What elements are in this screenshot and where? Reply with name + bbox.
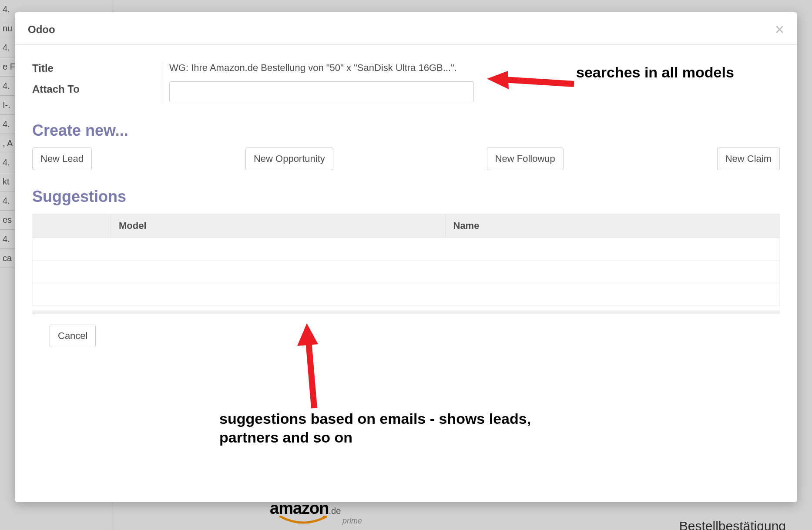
new-lead-button[interactable]: New Lead bbox=[32, 148, 92, 170]
label-title: Title bbox=[32, 62, 163, 74]
table-row[interactable] bbox=[33, 261, 779, 283]
col-model: Model bbox=[111, 214, 446, 238]
modal-body: Title Attach To WG: Ihre Amazon.de Beste… bbox=[15, 45, 797, 502]
attach-to-input[interactable] bbox=[169, 81, 474, 102]
modal-header: Odoo × bbox=[15, 12, 797, 45]
splitter-handle[interactable] bbox=[32, 310, 780, 314]
annotation-suggestions: suggestions based on emails - shows lead… bbox=[219, 409, 576, 446]
cancel-button[interactable]: Cancel bbox=[50, 325, 96, 347]
suggestions-table: Model Name bbox=[32, 214, 780, 306]
col-blank bbox=[33, 214, 111, 238]
suggestions-header-row: Model Name bbox=[33, 214, 779, 238]
create-buttons-row: New Lead New Opportunity New Followup Ne… bbox=[32, 148, 780, 170]
new-claim-button[interactable]: New Claim bbox=[717, 148, 780, 170]
new-opportunity-button[interactable]: New Opportunity bbox=[245, 148, 333, 170]
close-icon[interactable]: × bbox=[775, 25, 784, 34]
modal-footer: Cancel bbox=[32, 314, 780, 360]
suggestions-heading: Suggestions bbox=[32, 188, 780, 206]
col-name: Name bbox=[446, 214, 780, 238]
modal-title: Odoo bbox=[28, 23, 55, 36]
label-attach-to: Attach To bbox=[32, 83, 163, 95]
create-new-heading: Create new... bbox=[32, 121, 780, 140]
table-row[interactable] bbox=[33, 283, 779, 306]
new-followup-button[interactable]: New Followup bbox=[487, 148, 564, 170]
title-value: WG: Ihre Amazon.de Bestellung von "50" x… bbox=[169, 62, 780, 74]
table-row[interactable] bbox=[33, 238, 779, 261]
modal-dialog: Odoo × Title Attach To WG: Ihre Amazon.d… bbox=[15, 12, 797, 502]
